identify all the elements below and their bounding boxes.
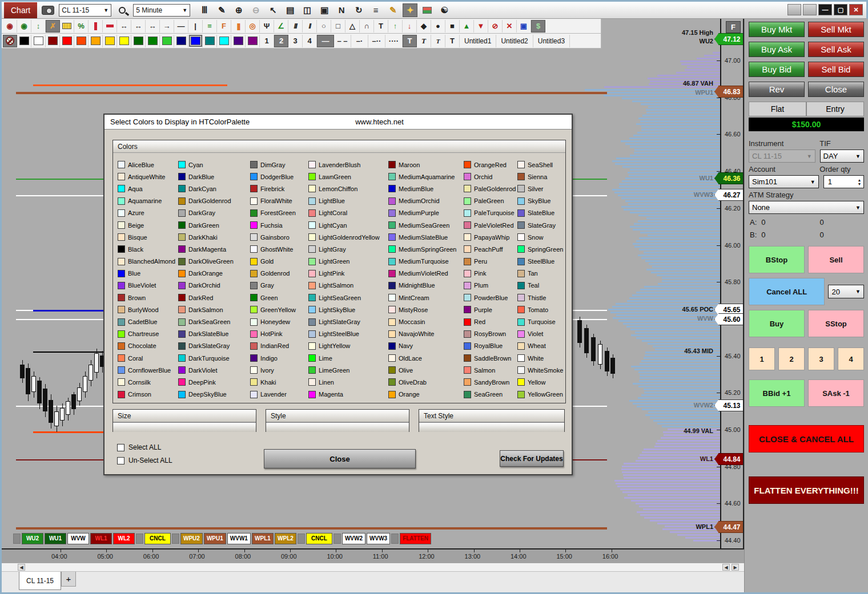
tab-cl-11-15[interactable]: CL 11-15: [19, 572, 61, 590]
level-button-wpu1[interactable]: WPU1: [204, 533, 226, 544]
sstop-button[interactable]: SStop: [808, 310, 864, 337]
color-swatch-FFFF00[interactable]: [117, 35, 131, 47]
color-option-MidnightBlue[interactable]: MidnightBlue: [388, 280, 464, 292]
ruler-icon[interactable]: [60, 20, 74, 33]
flatten-everything-button[interactable]: FLATTEN EVERYTHING!!!: [749, 476, 864, 504]
color-option-OliveDrab[interactable]: OliveDrab: [388, 376, 464, 388]
color-option-MediumPurple[interactable]: MediumPurple: [388, 207, 464, 219]
polyline-icon[interactable]: N: [334, 3, 349, 17]
line-width-2[interactable]: 2: [274, 35, 288, 47]
extend-line3-icon[interactable]: ↔: [146, 20, 160, 33]
level-button-flatten[interactable]: FLATTEN: [400, 533, 431, 544]
color-option-Firebrick[interactable]: Firebrick: [250, 183, 308, 195]
color-option-LightGray[interactable]: LightGray: [308, 243, 388, 255]
color-option-LemonChiffon[interactable]: LemonChiffon: [308, 183, 388, 195]
tab-untitled3[interactable]: Untitled3: [533, 35, 570, 47]
gann-fan-icon[interactable]: ∠: [274, 20, 288, 33]
eye-red-icon[interactable]: ◉: [3, 20, 17, 33]
select-all-checkbox[interactable]: Select ALL: [117, 443, 172, 451]
instrument-select[interactable]: CL 11-15 ▼: [59, 4, 111, 17]
buy-bid-button[interactable]: Buy Bid: [749, 62, 805, 77]
color-option-MistyRose[interactable]: MistyRose: [388, 304, 464, 316]
list-icon[interactable]: ≡: [368, 3, 383, 17]
color-option-DarkSlateBlue[interactable]: DarkSlateBlue: [178, 328, 250, 340]
snap-icon[interactable]: ◫: [300, 3, 315, 17]
fib-retracement-icon[interactable]: ≡: [203, 20, 217, 33]
cursor-icon[interactable]: ↖: [266, 3, 280, 17]
color-option-Silver[interactable]: Silver: [517, 183, 563, 195]
color-option-DodgerBlue[interactable]: DodgerBlue: [250, 171, 308, 183]
color-option-YellowGreen[interactable]: YellowGreen: [517, 389, 563, 401]
color-option-Lavender[interactable]: Lavender: [250, 389, 308, 401]
color-option-LightSteelBlue[interactable]: LightSteelBlue: [308, 328, 388, 340]
color-option-DarkCyan[interactable]: DarkCyan: [178, 183, 250, 195]
color-option-LawnGreen[interactable]: LawnGreen: [308, 171, 388, 183]
square-icon[interactable]: ■: [445, 20, 460, 33]
line-style-3[interactable]: –··: [368, 35, 385, 47]
color-option-Sienna[interactable]: Sienna: [517, 171, 563, 183]
quick-qty-3-button[interactable]: 3: [808, 347, 834, 370]
quantity-stepper[interactable]: 1 ▲▼: [823, 175, 864, 188]
color-option-MediumSeaGreen[interactable]: MediumSeaGreen: [388, 219, 464, 231]
page-search-icon[interactable]: ▤: [283, 3, 298, 17]
color-option-Gold[interactable]: Gold: [250, 256, 308, 268]
color-option-PaleGoldenrod[interactable]: PaleGoldenrod: [464, 183, 517, 195]
color-option-GreenYellow[interactable]: GreenYellow: [250, 304, 308, 316]
color-option-Violet[interactable]: Violet: [517, 328, 563, 340]
color-option-BlanchedAlmond[interactable]: BlanchedAlmond: [118, 256, 178, 268]
percent-icon[interactable]: %: [74, 20, 89, 33]
color-option-PaleTurquoise[interactable]: PaleTurquoise: [464, 207, 517, 219]
color-option-DarkSalmon[interactable]: DarkSalmon: [178, 304, 250, 316]
color-option-RoyalBlue[interactable]: RoyalBlue: [464, 340, 517, 352]
color-option-Cyan[interactable]: Cyan: [178, 159, 250, 171]
interval-select[interactable]: 5 Minute ▼: [133, 4, 190, 17]
color-option-SteelBlue[interactable]: SteelBlue: [517, 256, 563, 268]
close-cancel-all-button[interactable]: CLOSE & CANCEL ALL: [749, 425, 864, 452]
color-swatch-00FFFF[interactable]: [217, 35, 231, 47]
color-option-DarkViolet[interactable]: DarkViolet: [178, 364, 250, 376]
color-swatch-4B0082[interactable]: [231, 35, 246, 47]
color-option-LightGoldenrodYellow[interactable]: LightGoldenrodYellow: [308, 231, 388, 243]
color-option-Khaki[interactable]: Khaki: [250, 376, 308, 388]
line-style-1[interactable]: – –: [334, 35, 351, 47]
color-option-SkyBlue[interactable]: SkyBlue: [517, 195, 563, 207]
dialog-title-bar[interactable]: Select Colors to Display in HTColorPalet…: [105, 115, 572, 130]
extend-line-icon[interactable]: ↔: [117, 20, 131, 33]
ellipse-icon[interactable]: ○: [317, 20, 331, 33]
bar-chart-icon[interactable]: Ⅲ: [197, 3, 212, 17]
color-option-BlueViolet[interactable]: BlueViolet: [118, 280, 178, 292]
window-button-2[interactable]: [803, 4, 817, 15]
color-option-Crimson[interactable]: Crimson: [118, 389, 178, 401]
rectangle-icon[interactable]: □: [331, 20, 345, 33]
delete-icon[interactable]: ✕: [503, 20, 517, 33]
color-swatch-006400[interactable]: [131, 35, 146, 47]
quick-qty-1-button[interactable]: 1: [749, 347, 775, 370]
color-option-Lime[interactable]: Lime: [308, 352, 388, 364]
color-option-BurlyWood[interactable]: BurlyWood: [118, 304, 178, 316]
level-button-wvw2[interactable]: WVW2: [342, 533, 365, 544]
color-option-AntiqueWhite[interactable]: AntiqueWhite: [118, 171, 178, 183]
color-option-MediumSpringGreen[interactable]: MediumSpringGreen: [388, 243, 464, 255]
color-option-PeachPuff[interactable]: PeachPuff: [464, 243, 517, 255]
color-option-DarkOliveGreen[interactable]: DarkOliveGreen: [178, 256, 250, 268]
level-button-wu1[interactable]: WU1: [45, 533, 66, 544]
account-dropdown[interactable]: Sim101 ▼: [749, 175, 819, 188]
hatch2-icon[interactable]: //: [303, 20, 317, 33]
line-style-4[interactable]: ····: [385, 35, 403, 47]
color-option-LightGreen[interactable]: LightGreen: [308, 256, 388, 268]
scroll-btn-1[interactable]: ◀: [722, 564, 730, 571]
arc-icon[interactable]: ∩: [360, 20, 374, 33]
color-option-DarkMagenta[interactable]: DarkMagenta: [178, 243, 250, 255]
add-tab-button[interactable]: +: [61, 572, 76, 587]
color-option-DarkGray[interactable]: DarkGray: [178, 207, 250, 219]
color-option-Orange[interactable]: Orange: [388, 389, 464, 401]
dollar-icon[interactable]: $: [531, 20, 545, 33]
sell-button[interactable]: Sell: [808, 246, 864, 273]
instrument-dropdown[interactable]: CL 11-15 ▼: [749, 149, 815, 163]
line-width-4[interactable]: 4: [303, 35, 317, 47]
color-swatch-FFD700[interactable]: [103, 35, 117, 47]
palette-icon[interactable]: ✦: [403, 3, 417, 17]
bstop-button[interactable]: BStop: [749, 246, 805, 273]
color-swatch-0000FF[interactable]: [188, 35, 203, 47]
color-option-Wheat[interactable]: Wheat: [517, 340, 563, 352]
